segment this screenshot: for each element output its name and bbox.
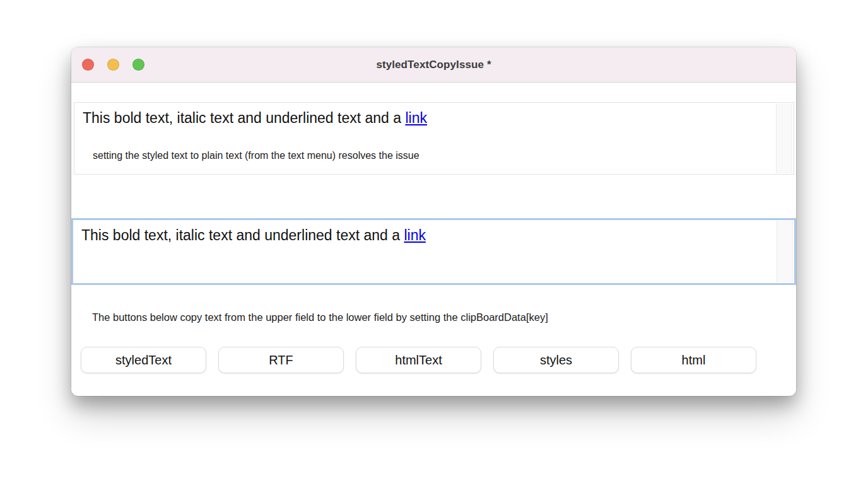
upper-field-note: setting the styled text to plain text (f… <box>74 150 794 161</box>
lower-field-text: This bold text, italic text and underlin… <box>81 227 404 243</box>
traffic-lights <box>82 47 144 82</box>
app-window: styledTextCopyIssue * This bold text, it… <box>71 47 796 396</box>
titlebar[interactable]: styledTextCopyIssue * <box>71 47 796 83</box>
upper-field-styled-line: This bold text, italic text and underlin… <box>74 103 794 127</box>
window-title: styledTextCopyIssue * <box>376 59 491 71</box>
minimize-button[interactable] <box>107 59 119 71</box>
lower-field-link[interactable]: link <box>404 227 426 243</box>
copy-html-button[interactable]: html <box>631 347 756 373</box>
copy-rtf-button[interactable]: RTF <box>218 347 344 373</box>
copy-styles-button[interactable]: styles <box>493 347 619 373</box>
lower-field-styled-line: This bold text, italic text and underlin… <box>73 220 794 244</box>
buttons-caption: The buttons below copy text from the upp… <box>92 311 548 323</box>
button-row: styledText RTF htmlText styles html <box>81 347 756 373</box>
window-content: This bold text, italic text and underlin… <box>71 83 796 395</box>
lower-text-field[interactable]: This bold text, italic text and underlin… <box>71 218 796 285</box>
lower-field-scrollbar-track[interactable] <box>777 221 793 282</box>
close-button[interactable] <box>82 59 94 71</box>
upper-field-text: This bold text, italic text and underlin… <box>83 110 405 126</box>
upper-text-field[interactable]: This bold text, italic text and underlin… <box>74 102 794 175</box>
copy-htmltext-button[interactable]: htmlText <box>356 347 481 373</box>
upper-field-scrollbar-track[interactable] <box>776 103 792 173</box>
upper-field-link[interactable]: link <box>405 110 427 126</box>
zoom-button[interactable] <box>132 59 144 71</box>
copy-styledtext-button[interactable]: styledText <box>81 347 206 373</box>
